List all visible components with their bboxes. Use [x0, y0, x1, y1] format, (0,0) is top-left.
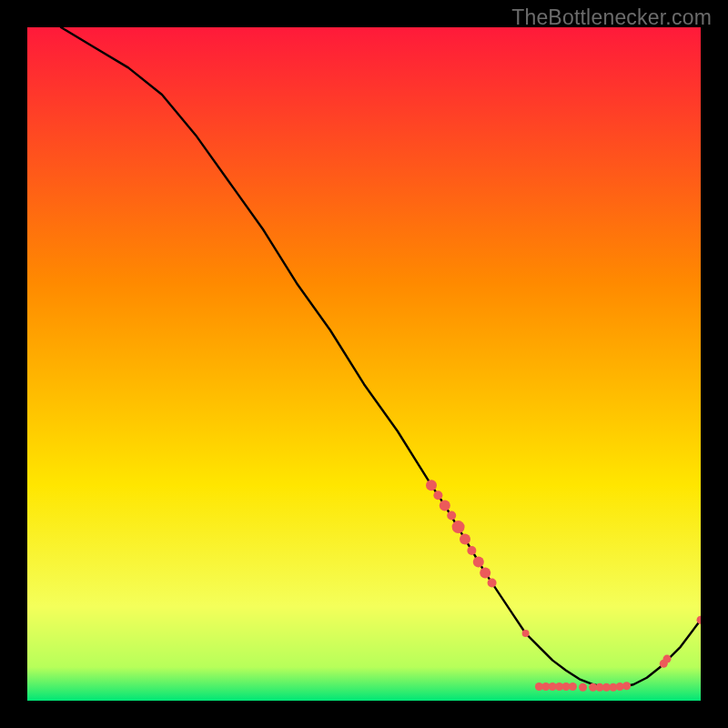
curve-marker	[447, 511, 456, 521]
curve-marker	[488, 579, 497, 588]
curve-marker	[569, 682, 577, 691]
bottleneck-chart	[27, 27, 701, 701]
curve-marker	[473, 557, 484, 568]
curve-marker	[426, 480, 437, 490]
curve-marker	[622, 682, 631, 690]
curve-marker	[467, 546, 476, 555]
curve-marker	[440, 500, 450, 511]
chart-stage: TheBottlenecker.com	[0, 0, 728, 728]
watermark-text: TheBottlenecker.com	[511, 5, 712, 30]
curve-marker	[480, 567, 490, 578]
curve-marker	[663, 655, 672, 663]
curve-marker	[460, 533, 470, 544]
gradient-background	[27, 27, 701, 701]
curve-marker	[452, 521, 465, 533]
curve-marker	[579, 683, 587, 692]
curve-marker	[433, 490, 442, 500]
curve-marker	[522, 630, 530, 637]
